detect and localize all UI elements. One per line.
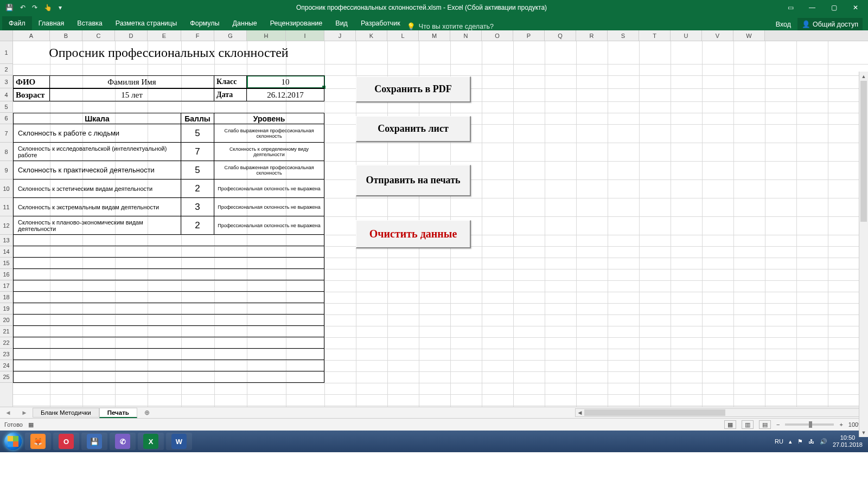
tab-data[interactable]: Данные bbox=[226, 16, 264, 30]
col-header-V[interactable]: V bbox=[702, 30, 733, 41]
scroll-left-icon[interactable]: ◄ bbox=[576, 409, 584, 416]
language-indicator[interactable]: RU bbox=[775, 438, 783, 445]
qat-dropdown-icon[interactable]: ▾ bbox=[59, 4, 62, 11]
sheet-tab-blank[interactable]: Бланк Методички bbox=[33, 408, 99, 418]
viber-icon[interactable]: ✆ bbox=[110, 433, 136, 450]
sheet-tab-print[interactable]: Печать bbox=[99, 408, 137, 418]
save-app-icon[interactable]: 💾 bbox=[81, 433, 107, 450]
col-header-S[interactable]: S bbox=[608, 30, 639, 41]
score-cell[interactable]: 2 bbox=[181, 179, 214, 198]
scale-cell[interactable]: Склонность к работе с людьми bbox=[13, 124, 181, 143]
fio-value[interactable]: Фамилия Имя bbox=[50, 75, 214, 88]
tab-home[interactable]: Главная bbox=[32, 16, 71, 30]
tell-me-search[interactable]: 💡 Что вы хотите сделать? bbox=[407, 22, 494, 30]
table-row[interactable]: Склонность к экстремальным видам деятель… bbox=[13, 198, 324, 216]
scale-cell[interactable]: Склонность к практической деятельности bbox=[13, 161, 181, 179]
row-header-5[interactable]: 5 bbox=[0, 101, 12, 113]
empty-row[interactable] bbox=[13, 258, 324, 269]
flag-icon[interactable]: ⚑ bbox=[797, 438, 803, 445]
col-header-L[interactable]: L bbox=[387, 30, 419, 41]
row-header-6[interactable]: 6 bbox=[0, 113, 12, 124]
score-cell[interactable]: 5 bbox=[181, 124, 214, 143]
table-row[interactable]: Склонность к планово-экономическим видам… bbox=[13, 216, 324, 235]
col-header-M[interactable]: M bbox=[419, 30, 450, 41]
sign-in-link[interactable]: Вход bbox=[776, 21, 791, 28]
empty-row[interactable] bbox=[13, 360, 324, 371]
clear-data-button[interactable]: Очистить данные bbox=[356, 220, 471, 248]
hscroll-thumb[interactable] bbox=[584, 409, 725, 416]
tab-view[interactable]: Вид bbox=[329, 16, 354, 30]
horizontal-scrollbar[interactable]: ◄ ► bbox=[575, 408, 868, 417]
excel-icon[interactable]: X bbox=[138, 433, 164, 450]
worksheet-grid[interactable]: 1234567891011121314151617181920212223242… bbox=[0, 41, 868, 407]
save-pdf-button[interactable]: Сохранить в PDF bbox=[356, 76, 471, 102]
date-value[interactable]: 26.12.2017 bbox=[247, 88, 324, 101]
view-page-layout-icon[interactable]: ▥ bbox=[742, 420, 754, 429]
tray-up-icon[interactable]: ▴ bbox=[789, 438, 792, 445]
row-header-13[interactable]: 13 bbox=[0, 235, 12, 246]
col-header-E[interactable]: E bbox=[148, 30, 181, 41]
network-icon[interactable]: 🖧 bbox=[808, 438, 814, 445]
word-icon[interactable]: W bbox=[166, 433, 192, 450]
col-header-C[interactable]: C bbox=[82, 30, 115, 41]
macro-rec-icon[interactable]: ▦ bbox=[28, 421, 34, 428]
row-header-8[interactable]: 8 bbox=[0, 143, 12, 161]
col-header-R[interactable]: R bbox=[576, 30, 608, 41]
col-header-T[interactable]: T bbox=[639, 30, 671, 41]
row-header-25[interactable]: 25 bbox=[0, 371, 12, 383]
tab-page-layout[interactable]: Разметка страницы bbox=[109, 16, 183, 30]
empty-row[interactable] bbox=[13, 235, 324, 246]
row-header-23[interactable]: 23 bbox=[0, 349, 12, 360]
level-cell[interactable]: Профессиональная склонность не выражена bbox=[214, 179, 324, 198]
age-value[interactable]: 15 лет bbox=[50, 88, 214, 101]
score-cell[interactable]: 5 bbox=[181, 161, 214, 179]
scale-cell[interactable]: Склонность к исследовательской (интеллек… bbox=[13, 143, 181, 161]
row-header-17[interactable]: 17 bbox=[0, 280, 12, 292]
row-header-22[interactable]: 22 bbox=[0, 337, 12, 349]
row-header-16[interactable]: 16 bbox=[0, 269, 12, 280]
redo-icon[interactable]: ↷ bbox=[32, 4, 37, 11]
empty-row[interactable] bbox=[13, 246, 324, 258]
close-icon[interactable]: ✕ bbox=[846, 2, 865, 14]
view-page-break-icon[interactable]: ▤ bbox=[759, 420, 771, 429]
empty-row[interactable] bbox=[13, 337, 324, 349]
undo-icon[interactable]: ↶ bbox=[20, 4, 25, 11]
col-header-H[interactable]: H bbox=[247, 30, 286, 41]
view-normal-icon[interactable]: ▦ bbox=[724, 420, 736, 429]
row-header-19[interactable]: 19 bbox=[0, 303, 12, 314]
col-header-D[interactable]: D bbox=[115, 30, 148, 41]
table-row[interactable]: Склонность к практической деятельности 5… bbox=[13, 161, 324, 179]
volume-icon[interactable]: 🔊 bbox=[820, 438, 827, 445]
touch-mode-icon[interactable]: 👆 bbox=[44, 4, 52, 11]
scroll-down-icon[interactable]: ▼ bbox=[859, 428, 868, 437]
row-header-4[interactable]: 4 bbox=[0, 88, 12, 101]
score-cell[interactable]: 7 bbox=[181, 143, 214, 161]
add-sheet-icon[interactable]: ⊕ bbox=[142, 407, 152, 418]
zoom-slider[interactable] bbox=[785, 423, 834, 426]
zoom-in-icon[interactable]: + bbox=[839, 421, 843, 428]
opera-icon[interactable]: O bbox=[53, 433, 79, 450]
table-row[interactable]: Склонность к эстетическим видам деятельн… bbox=[13, 179, 324, 198]
taskbar-clock[interactable]: 10:50 27.01.2018 bbox=[833, 434, 863, 448]
row-header-11[interactable]: 11 bbox=[0, 198, 12, 216]
score-cell[interactable]: 3 bbox=[181, 198, 214, 216]
level-cell[interactable]: Профессиональная склонность не выражена bbox=[214, 198, 324, 216]
col-header-I[interactable]: I bbox=[286, 30, 324, 41]
col-header-J[interactable]: J bbox=[324, 30, 356, 41]
row-header-10[interactable]: 10 bbox=[0, 179, 12, 198]
col-header-P[interactable]: P bbox=[513, 30, 545, 41]
vscroll-thumb[interactable] bbox=[860, 81, 867, 222]
empty-row[interactable] bbox=[13, 269, 324, 280]
col-header-O[interactable]: O bbox=[482, 30, 513, 41]
tab-formulas[interactable]: Формулы bbox=[183, 16, 226, 30]
row-header-1[interactable]: 1 bbox=[0, 41, 12, 64]
empty-row[interactable] bbox=[13, 326, 324, 337]
row-header-21[interactable]: 21 bbox=[0, 326, 12, 337]
save-sheet-button[interactable]: Сохранить лист bbox=[356, 116, 471, 142]
ribbon-options-icon[interactable]: ▭ bbox=[781, 2, 800, 14]
row-header-7[interactable]: 7 bbox=[0, 124, 12, 143]
tab-developer[interactable]: Разработчик bbox=[354, 16, 407, 30]
col-header-N[interactable]: N bbox=[450, 30, 482, 41]
row-header-12[interactable]: 12 bbox=[0, 216, 12, 235]
empty-row[interactable] bbox=[13, 303, 324, 314]
